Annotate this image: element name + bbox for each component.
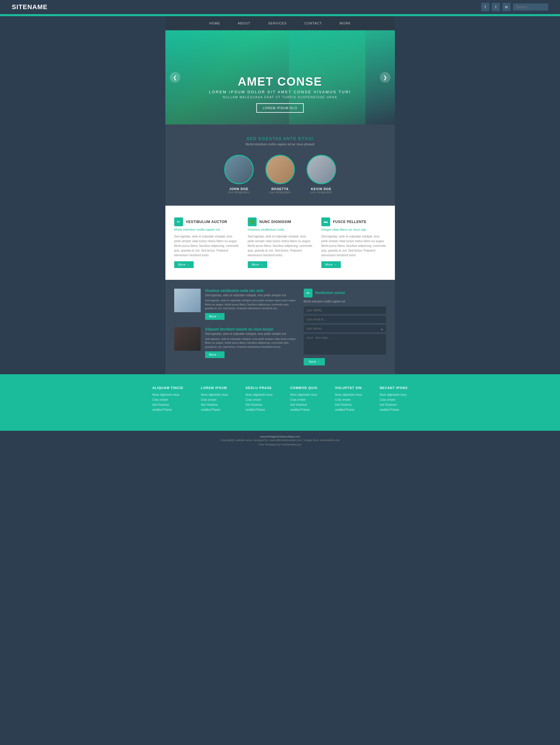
avatar-2 (266, 155, 295, 184)
footer-col-2: LOREM IPSUM Nunc dignissim risus Cras or… (201, 386, 228, 413)
slider-next-button[interactable]: ❯ (380, 72, 391, 83)
footer-link-2-3[interactable]: vestibul Prarse (201, 408, 228, 411)
service-icon-wrap-2: 🌿 Nunc dignissim (248, 218, 313, 226)
footer-free-templates: Free Templates by FreeTempltes.pro (12, 443, 548, 447)
contact-email-input[interactable] (304, 316, 386, 323)
service-text-3: Sed egestas, ante et vulputate volutpat,… (321, 234, 386, 258)
thumb-face-2 (174, 327, 201, 351)
blog-more-button-2[interactable]: More → (205, 351, 225, 358)
blog-thumb-1 (174, 289, 201, 312)
footer-link-5-0[interactable]: Nunc dignissim risus (335, 393, 362, 396)
contact-icon: ✏ (304, 289, 313, 297)
footer-col-6: NECANT IPONS Nunc dignissim risus Cras o… (380, 386, 408, 413)
footer-link-1-1[interactable]: Cras ornare (152, 398, 183, 401)
footer-col-title-3: SEDLU PRASE (245, 386, 273, 390)
footer-link-1-0[interactable]: Nunc dignissim risus (152, 393, 183, 396)
team-section-title: SED EGESTAS ANTE ETVIU (174, 136, 386, 141)
footer-link-5-2[interactable]: trist Vivamus (335, 403, 362, 406)
team-section-subtitle: Morbi interdum mollis sapien ed ac risus… (174, 142, 386, 146)
footer-link-2-0[interactable]: Nunc dignissim risus (201, 393, 228, 396)
contact-phone-input[interactable] (304, 325, 386, 332)
footer-col-5: VOLUPTAT SIN Nunc dignissim risus Cras o… (335, 386, 362, 413)
footer-link-6-1[interactable]: Cras ornare (380, 398, 408, 401)
blog-subtitle-2: Sed egestas, ante et vulputate volutpat,… (205, 332, 298, 335)
blog-more-button-1[interactable]: More → (205, 313, 225, 320)
footer-link-4-2[interactable]: trist Vivamus (290, 403, 317, 406)
blog-title-2: Aliquam tincidunt mauris eu risus kuoyn (205, 327, 298, 331)
service-icon-2: 🌿 (248, 218, 257, 226)
service-icon-wrap-1: ✏ Vestibulum auctor (174, 218, 239, 226)
service-icon-3: 🛏 (321, 218, 330, 226)
footer-link-3-1[interactable]: Cras ornare (245, 398, 273, 401)
linkedin-icon[interactable]: in (502, 3, 510, 11)
footer-links: ALIQUAM TINCID Nunc dignissim risus Cras… (0, 374, 560, 431)
search-input[interactable] (513, 3, 548, 10)
service-more-button-2[interactable]: More → (248, 261, 268, 268)
hero-title: AMET CONSE (209, 75, 351, 88)
hero-small-text: NULLAM MALESUADA ERAT UT TURPIS SUSPENDI… (209, 96, 351, 99)
team-section: SED EGESTAS ANTE ETVIU Morbi interdum mo… (165, 125, 395, 206)
nav-home[interactable]: HOME (209, 22, 220, 25)
footer-col-title-6: NECANT IPONS (380, 386, 408, 390)
footer-link-6-2[interactable]: trist Vivamus (380, 403, 408, 406)
contact-icon-wrap: ✏ Vestibulum auctor (304, 289, 386, 297)
facebook-icon[interactable]: f (481, 3, 489, 11)
blog-post-2: Aliquam tincidunt mauris eu risus kuoyn … (174, 327, 298, 358)
service-text-1: Sed egestas, ante et vulputate volutpat,… (174, 234, 239, 258)
footer-col-title-5: VOLUPTAT SIN (335, 386, 362, 390)
footer-link-2-2[interactable]: trist Vivamus (201, 403, 228, 406)
footer-copyright: Copyright(c) website name. Designed by: … (12, 438, 548, 443)
footer-col-3: SEDLU PRASE Nunc dignissim risus Cras or… (245, 386, 273, 413)
nav-services[interactable]: SERVICES (268, 22, 287, 25)
blog-title-1: Vivamus vestibulum nulla nec ante (205, 289, 298, 293)
footer-link-3-0[interactable]: Nunc dignissim risus (245, 393, 273, 396)
service-more-button-3[interactable]: More → (321, 261, 341, 268)
nav-contact[interactable]: CONTACT (304, 22, 322, 25)
hero-cta-button[interactable]: LOREM IPSUM DLO (256, 103, 304, 113)
footer-link-6-3[interactable]: vestibul Prarse (380, 408, 408, 411)
footer-col-title-4: COMMOD QUIS (290, 386, 317, 390)
contact-message-input[interactable] (304, 334, 386, 355)
blog-col: Vivamus vestibulum nulla nec ante Sed eg… (174, 289, 298, 365)
member-title-3: your designation (307, 191, 336, 194)
hero-content: AMET CONSE LOREM IPSUM DOLOR SIT AMET CO… (209, 75, 351, 113)
footer-link-4-0[interactable]: Nunc dignissim risus (290, 393, 317, 396)
footer-link-6-0[interactable]: Nunc dignissim risus (380, 393, 408, 396)
send-button[interactable]: Send → (304, 358, 325, 365)
footer-link-2-1[interactable]: Cras ornare (201, 398, 228, 401)
nav-about[interactable]: ABOUT (238, 22, 250, 25)
footer-link-1-3[interactable]: vestibul Prarse (152, 408, 183, 411)
footer-link-4-3[interactable]: vestibul Prarse (290, 408, 317, 411)
team-member-1: JOHN DOE your designation (224, 155, 254, 194)
service-more-button-1[interactable]: More → (174, 261, 194, 268)
service-subheading-1: Morbi interdum mollis sapien ed (174, 228, 239, 231)
blog-thumb-2 (174, 327, 201, 351)
footer-link-3-2[interactable]: trist Vivamus (245, 403, 273, 406)
twitter-icon[interactable]: t (492, 3, 500, 11)
services-section: ✏ Vestibulum auctor Morbi interdum molli… (165, 206, 395, 280)
contact-name-input[interactable] (304, 306, 386, 314)
blog-content-1: Vivamus vestibulum nulla nec ante Sed eg… (205, 289, 298, 320)
blog-subtitle-1: Sed egestas, ante et vulputate volutpat,… (205, 294, 298, 297)
footer-link-3-3[interactable]: vestibul Prarse (245, 408, 273, 411)
slider-prev-button[interactable]: ❮ (170, 72, 180, 83)
footer-url: www.heritagechristiancollege.com (12, 435, 548, 438)
contact-phone-row: 🏳 (304, 325, 386, 334)
contact-subtitle: Morbi interdum mollis sapien ed (304, 300, 386, 303)
footer-link-4-1[interactable]: Cras ornare (290, 398, 317, 401)
service-subheading-3: Integer vitae libero ac risus ege (321, 228, 386, 231)
avatar-face-2 (266, 156, 294, 183)
top-right: f t in (481, 3, 548, 11)
nav-work[interactable]: WORK (340, 22, 351, 25)
footer-link-5-1[interactable]: Cras ornare (335, 398, 362, 401)
footer-link-1-2[interactable]: trist Vivamus (152, 403, 183, 406)
footer-link-5-3[interactable]: vestibul Prarse (335, 408, 362, 411)
service-heading-3: Fusce pellente (333, 220, 367, 224)
avatar-1 (224, 155, 254, 184)
member-title-2: your designation (266, 191, 295, 194)
phone-flag-icon: 🏳 (381, 328, 384, 331)
thumb-face-1 (174, 289, 201, 312)
blog-contact-section: Vivamus vestibulum nulla nec ante Sed eg… (165, 280, 395, 374)
site-name: SITENAME (12, 3, 48, 11)
footer-col-4: COMMOD QUIS Nunc dignissim risus Cras or… (290, 386, 317, 413)
